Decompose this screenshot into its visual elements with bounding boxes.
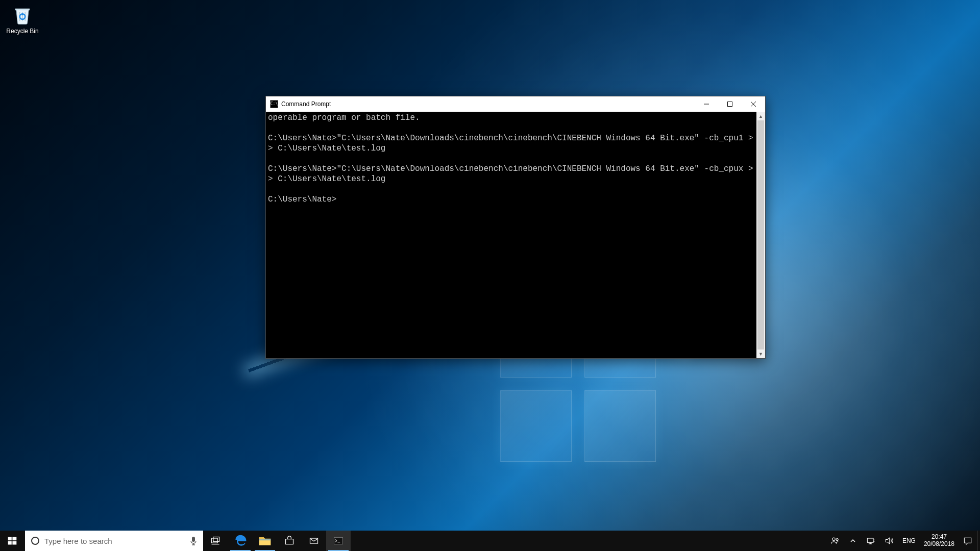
tray-overflow-button[interactable] <box>844 531 862 551</box>
tray-clock[interactable]: 20:47 20/08/2018 <box>920 531 959 551</box>
clock-time: 20:47 <box>932 534 947 541</box>
svg-rect-14 <box>867 538 873 542</box>
svg-rect-11 <box>334 537 343 544</box>
windows-logo-icon <box>7 536 17 546</box>
svg-rect-3 <box>12 537 16 541</box>
taskbar-edge[interactable] <box>228 531 253 551</box>
minimize-button[interactable] <box>695 96 718 112</box>
taskbar[interactable]: Type here to search ENG <box>0 531 980 551</box>
search-placeholder: Type here to search <box>44 537 185 545</box>
svg-rect-6 <box>192 537 195 542</box>
recycle-bin[interactable]: Recycle Bin <box>3 3 42 35</box>
titlebar[interactable]: C:\ Command Prompt <box>266 96 765 112</box>
tray-network-button[interactable] <box>862 531 880 551</box>
svg-rect-4 <box>8 541 12 545</box>
desktop-wallpaper[interactable]: Recycle Bin C:\ Command Prompt operable … <box>0 0 980 551</box>
store-icon <box>284 536 295 546</box>
svg-rect-1 <box>728 102 732 107</box>
scrollbar[interactable]: ▲ ▼ <box>756 112 765 358</box>
cmd-icon: C:\ <box>270 100 278 108</box>
start-button[interactable] <box>0 531 24 551</box>
terminal-icon <box>333 536 344 546</box>
close-button[interactable] <box>742 96 765 112</box>
scroll-thumb[interactable] <box>757 120 764 349</box>
svg-rect-10 <box>310 538 318 543</box>
show-desktop-button[interactable] <box>977 531 980 551</box>
network-icon <box>866 536 876 546</box>
edge-icon <box>233 534 248 548</box>
taskbar-mail[interactable] <box>302 531 326 551</box>
mail-icon <box>309 536 319 546</box>
language-label: ENG <box>902 537 916 544</box>
volume-icon <box>884 536 894 546</box>
folder-icon <box>258 534 272 548</box>
scroll-up-button[interactable]: ▲ <box>756 112 765 120</box>
task-view-icon <box>210 536 220 546</box>
chevron-up-icon <box>850 538 856 544</box>
recycle-bin-icon <box>12 4 33 26</box>
taskbar-store[interactable] <box>277 531 302 551</box>
command-prompt-window[interactable]: C:\ Command Prompt operable program or b… <box>265 96 766 359</box>
svg-point-13 <box>836 539 838 541</box>
taskbar-command-prompt[interactable] <box>326 531 351 551</box>
svg-rect-5 <box>12 541 16 545</box>
people-button[interactable] <box>826 531 844 551</box>
tray-language-button[interactable]: ENG <box>898 531 920 551</box>
clock-date: 20/08/2018 <box>924 541 954 548</box>
svg-rect-9 <box>259 539 271 540</box>
svg-rect-8 <box>213 537 219 542</box>
svg-rect-7 <box>212 538 218 543</box>
scroll-down-button[interactable]: ▼ <box>756 349 765 358</box>
search-box[interactable]: Type here to search <box>24 531 203 551</box>
cortana-icon <box>31 537 39 545</box>
notification-icon <box>963 536 973 546</box>
tray-volume-button[interactable] <box>880 531 898 551</box>
svg-point-12 <box>832 538 835 540</box>
window-title: Command Prompt <box>281 101 331 108</box>
action-center-button[interactable] <box>959 531 977 551</box>
microphone-icon[interactable] <box>190 536 197 545</box>
people-icon <box>830 536 840 546</box>
terminal-output[interactable]: operable program or batch file. C:\Users… <box>266 112 756 358</box>
svg-rect-2 <box>8 537 12 541</box>
recycle-bin-label: Recycle Bin <box>3 28 42 35</box>
task-view-button[interactable] <box>203 531 228 551</box>
maximize-button[interactable] <box>718 96 742 112</box>
system-tray: ENG 20:47 20/08/2018 <box>826 531 980 551</box>
taskbar-file-explorer[interactable] <box>253 531 277 551</box>
